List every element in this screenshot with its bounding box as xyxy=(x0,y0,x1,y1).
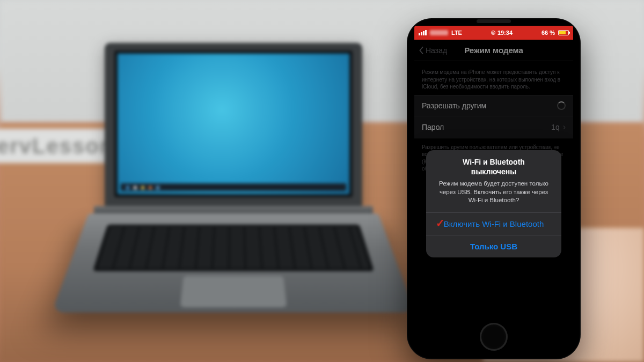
status-bar: LTE 19:34 66 % xyxy=(414,26,573,40)
cell-signal-icon xyxy=(419,30,427,35)
battery-icon xyxy=(558,30,569,35)
photo-scene: ervLesson xyxy=(0,0,644,362)
taskbar-icon xyxy=(149,186,152,189)
home-button[interactable] xyxy=(480,323,508,351)
alert-title: Wi-Fi и Bluetooth выключены xyxy=(426,150,561,178)
carrier-blurred xyxy=(430,30,448,35)
recording-icon xyxy=(491,31,495,35)
laptop-base xyxy=(52,213,416,313)
alert-dialog: Wi-Fi и Bluetooth выключены Режим модема… xyxy=(426,150,561,257)
laptop-lid xyxy=(105,43,362,209)
network-type: LTE xyxy=(451,29,462,36)
laptop-screen xyxy=(118,54,349,194)
start-icon xyxy=(126,186,129,189)
laptop-trackpad xyxy=(180,276,287,307)
taskbar-icon xyxy=(141,186,144,189)
alert-secondary-label: Только USB xyxy=(470,242,517,251)
usb-only-button[interactable]: Только USB xyxy=(426,235,561,257)
iphone-frame: LTE 19:34 66 % Назад Режим модема Реж xyxy=(407,18,581,359)
taskbar-icon xyxy=(134,186,137,189)
enable-wifi-bt-button[interactable]: ✓ Включить Wi-Fi и Bluetooth xyxy=(426,212,561,235)
windows-taskbar xyxy=(121,183,346,191)
laptop xyxy=(89,43,378,322)
alert-primary-label: Включить Wi-Fi и Bluetooth xyxy=(444,219,544,228)
taskbar-icon xyxy=(156,186,159,189)
battery-percent: 66 % xyxy=(541,29,555,36)
checkmark-icon: ✓ xyxy=(436,217,445,230)
laptop-bezel xyxy=(114,50,353,197)
clock: 19:34 xyxy=(497,29,513,36)
iphone-screen: LTE 19:34 66 % Назад Режим модема Реж xyxy=(414,26,573,315)
alert-message: Режим модема будет доступен только через… xyxy=(426,178,561,212)
laptop-keyboard xyxy=(93,225,374,271)
